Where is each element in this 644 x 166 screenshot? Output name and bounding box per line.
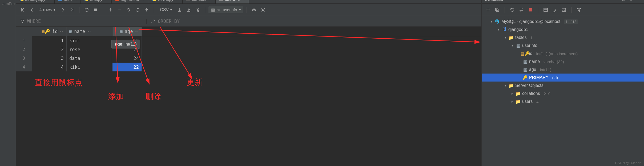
cell-id[interactable]: 4 [32,63,67,71]
data-grid: ▦🔑 id ▴▾ ▦ name ▴▾ ▦ age ▴▾ 1 1 kim [16,27,481,71]
column-header-id[interactable]: ▦🔑 id ▴▾ [32,27,67,36]
table-chip[interactable]: ▦ userinfo ▾ [208,6,243,13]
table-row[interactable]: 1 1 kimi 10 [16,36,481,45]
revert-button[interactable] [124,6,132,14]
table-row[interactable]: 3 3 data 24 [16,54,481,63]
sort-icon[interactable]: ▴▾ [60,30,64,32]
tab-urls-py[interactable]: urls.py× [81,0,111,4]
cell-name[interactable]: data [67,54,112,63]
tab-a-txt[interactable]: a.txt× [55,0,81,4]
database-panel: Database ⊟ ⚙ — QL ▾ 🐬 MySQL [481,0,644,166]
import-button[interactable] [185,6,193,14]
view-button[interactable] [250,6,258,14]
tree-primary-key[interactable]: 🔑 PRIMARY (id) [482,74,644,82]
column-header-age[interactable]: ▦ age ▴▾ [112,27,142,36]
sync-button[interactable] [518,6,525,14]
chevron-down-icon[interactable]: ▾ [497,28,500,31]
export-button[interactable] [176,6,184,14]
close-icon[interactable]: × [105,0,108,2]
tree-collations[interactable]: ▸ 📁 collations 219 [482,90,644,98]
cell-age[interactable]: 22 [112,63,142,71]
first-page-button[interactable] [19,6,27,14]
tree-server-objects[interactable]: ▾ 📁 Server Objects [482,82,644,90]
key-icon: ▦🔑 [42,29,50,34]
copy-button[interactable] [194,6,202,14]
close-icon[interactable]: × [243,0,245,2]
cell-id[interactable]: 2 [32,45,67,54]
settings-button[interactable] [259,6,267,14]
sort-icon[interactable]: ▴▾ [87,30,91,32]
tree-datasource[interactable]: ▾ 🐬 MySQL - djangodb1@localhost 1 of 12 [482,18,644,26]
table-row[interactable]: 2 2 rose 22 [16,45,481,54]
remove-row-button[interactable] [115,6,123,14]
annotation-delete: 删除 [145,91,161,102]
cell-id[interactable]: 1 [32,36,67,45]
tab-console[interactable]: console× [183,0,216,4]
refresh-button[interactable] [509,6,516,14]
close-icon[interactable]: × [74,0,77,2]
prev-page-button[interactable] [28,6,36,14]
order-by-input[interactable]: ORDER BY [146,19,184,24]
tree-schema[interactable]: ▾ 🗄 djangodb1 [482,26,644,34]
cell-id[interactable]: 3 [32,54,67,63]
stop-button[interactable] [527,6,534,14]
tree-column-name[interactable]: ▦ name varchar(32) [482,58,644,66]
column-header-name[interactable]: ▦ name ▴▾ [67,27,112,36]
close-icon[interactable]: × [176,0,179,2]
annotation-add: 添加 [108,91,124,102]
tree-tables-folder[interactable]: ▾ 📁 tables 1 [482,34,644,42]
cell-name[interactable]: rose [67,45,112,54]
close-icon[interactable]: × [209,0,212,2]
stop-button[interactable] [92,6,100,14]
console-button[interactable]: QL [560,6,567,14]
last-page-button[interactable] [68,6,76,14]
filter-button[interactable] [575,6,583,14]
where-clause-input[interactable]: WHERE [16,19,45,24]
sort-icon[interactable]: ▴▾ [135,30,139,32]
add-row-button[interactable] [106,6,114,14]
row-number-header [16,27,32,36]
table-icon: ▦ [69,29,72,34]
collapse-icon[interactable]: ⊟ [622,0,625,2]
export-format-dropdown[interactable]: CSV ▾ [157,7,175,12]
transaction-button[interactable] [134,6,142,14]
row-count-dropdown[interactable]: 4 rows ▾ [37,7,58,12]
duplicate-button[interactable] [493,6,501,14]
chevron-down-icon[interactable]: ▾ [490,20,493,23]
svg-point-2 [253,9,255,10]
add-datasource-button[interactable] [484,6,492,14]
row-number: 1 [16,36,32,45]
cell-name[interactable]: kimi [67,36,112,45]
tab-login-html[interactable]: login.html× [112,0,148,4]
tree-column-id[interactable]: ▦🔑 id int(11) (auto increment) [482,50,644,58]
chevron-right-icon[interactable]: ▸ [510,92,514,95]
reload-button[interactable] [83,6,91,14]
key-icon: ▦🔑 [523,51,528,56]
submit-button[interactable] [143,6,151,14]
chevron-down-icon[interactable]: ▾ [504,84,507,87]
project-tool-gutter[interactable]: armPro [0,0,16,166]
gear-icon[interactable]: ⚙ [629,0,633,2]
table-row[interactable]: 4 4 kiki 22 [16,63,481,71]
column-icon: ▦ [523,59,528,64]
tree-users[interactable]: ▸ 📁 users 4 [482,98,644,106]
database-panel-header[interactable]: Database ⊟ ⚙ — [482,0,644,4]
edit-button[interactable] [551,6,558,14]
tree-column-age[interactable]: ▦ age int(11) [482,66,644,74]
hide-icon[interactable]: — [637,0,641,2]
tab-userinfo[interactable]: userinfo× [216,0,249,4]
tree-table-userinfo[interactable]: ▾ ▦ userinfo [482,42,644,50]
chevron-right-icon[interactable]: ▸ [510,100,514,103]
chevron-down-icon[interactable]: ▾ [504,36,507,39]
cell-name[interactable]: kiki [67,63,112,71]
table-view-button[interactable] [542,6,549,14]
tab-settings-py[interactable]: settings.py× [16,0,55,4]
tab-views-py[interactable]: views.py× [148,0,183,4]
close-icon[interactable]: × [48,0,50,2]
next-page-button[interactable] [59,6,67,14]
separator [103,7,103,13]
separator [154,7,154,13]
cell-age[interactable]: 24 [112,54,142,63]
chevron-down-icon[interactable]: ▾ [510,44,514,47]
close-icon[interactable]: × [142,0,144,2]
